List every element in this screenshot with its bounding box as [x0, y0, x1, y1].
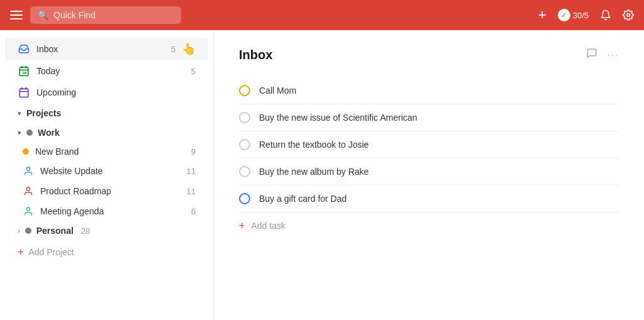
new-brand-label: New Brand — [35, 146, 185, 157]
personal-chevron-icon: › — [18, 227, 20, 234]
task-label: Return the textbook to Josie — [259, 140, 619, 150]
today-icon: 28 — [18, 65, 30, 77]
website-update-count: 11 — [187, 167, 196, 176]
svg-text:28: 28 — [23, 71, 27, 75]
task-circle[interactable] — [239, 166, 250, 177]
task-circle[interactable] — [239, 193, 250, 204]
sidebar-item-product-roadmap[interactable]: Product Roadmap 11 — [10, 181, 208, 201]
karma-score: 30/5 — [573, 11, 589, 20]
comment-button[interactable] — [586, 48, 597, 62]
task-label: Call Mom — [259, 86, 619, 96]
sidebar-item-upcoming[interactable]: Upcoming — [5, 82, 208, 103]
add-task-plus-icon: + — [239, 220, 245, 231]
inbox-label: Inbox — [36, 44, 165, 54]
task-label: Buy the new album by Rake — [259, 167, 619, 177]
task-item[interactable]: Call Mom — [239, 77, 619, 104]
content-area: Inbox ··· Call Mom Buy the new issue of … — [214, 30, 644, 320]
sidebar-item-today[interactable]: 28 Today 5 — [5, 60, 208, 82]
website-update-icon — [23, 165, 34, 177]
task-list: Call Mom Buy the new issue of Scientific… — [239, 77, 619, 239]
task-item[interactable]: Buy the new issue of Scientific American — [239, 104, 619, 131]
content-header: Inbox ··· — [239, 48, 619, 62]
work-chevron-icon: ▾ — [18, 129, 21, 137]
add-task-button[interactable]: + Add task — [239, 212, 619, 239]
today-count: 5 — [191, 67, 196, 76]
add-project-plus-icon: + — [18, 246, 23, 258]
meeting-agenda-icon — [23, 206, 34, 217]
topnav-actions: + ✓ 30/5 — [538, 7, 634, 23]
inbox-icon — [18, 43, 30, 55]
add-task-label: Add task — [251, 221, 285, 231]
svg-point-10 — [26, 167, 30, 170]
work-dot-icon — [26, 130, 33, 136]
personal-label: Personal — [36, 226, 74, 236]
task-item[interactable]: Buy the new album by Rake — [239, 158, 619, 185]
svg-point-12 — [26, 207, 30, 211]
sidebar-item-meeting-agenda[interactable]: Meeting Agenda 6 — [10, 201, 208, 221]
sidebar-item-inbox[interactable]: Inbox 5 👆 — [5, 38, 208, 60]
page-title: Inbox — [239, 48, 586, 62]
upcoming-label: Upcoming — [36, 87, 196, 97]
work-label: Work — [38, 128, 60, 138]
task-item[interactable]: Return the textbook to Josie — [239, 131, 619, 158]
website-update-label: Website Update — [40, 166, 180, 176]
search-input[interactable] — [53, 10, 174, 20]
task-circle[interactable] — [239, 85, 250, 96]
svg-rect-6 — [19, 89, 28, 97]
sidebar-item-website-update[interactable]: Website Update 11 — [10, 161, 208, 181]
personal-group-header[interactable]: › Personal 28 — [5, 221, 208, 240]
product-roadmap-label: Product Roadmap — [40, 186, 180, 196]
inbox-count: 5 — [171, 45, 175, 54]
karma-check-icon: ✓ — [558, 9, 570, 21]
more-options-button[interactable]: ··· — [608, 50, 619, 60]
notifications-button[interactable] — [600, 9, 611, 21]
search-bar[interactable]: 🔍 — [30, 6, 181, 24]
new-brand-count: 9 — [191, 147, 196, 157]
projects-chevron-icon: ▾ — [18, 109, 21, 118]
svg-point-11 — [26, 187, 30, 190]
add-button[interactable]: + — [538, 7, 547, 23]
product-roadmap-icon — [23, 185, 34, 197]
projects-section-header[interactable]: ▾ Projects — [5, 103, 208, 123]
work-projects-list: New Brand 9 Website Update 11 — [0, 142, 213, 221]
svg-point-0 — [627, 14, 630, 17]
work-group-header[interactable]: ▾ Work — [5, 123, 208, 142]
settings-button[interactable] — [623, 9, 634, 21]
task-circle[interactable] — [239, 112, 250, 123]
upcoming-icon — [18, 86, 30, 99]
sidebar: Inbox 5 👆 28 Today 5 — [0, 30, 214, 320]
topnav: 🔍 + ✓ 30/5 — [0, 0, 644, 30]
today-label: Today — [36, 66, 185, 76]
meeting-agenda-label: Meeting Agenda — [40, 206, 185, 216]
add-project-button[interactable]: + Add Project — [5, 240, 208, 264]
meeting-agenda-count: 6 — [191, 207, 196, 216]
new-brand-dot-icon — [23, 148, 29, 155]
karma-badge[interactable]: ✓ 30/5 — [558, 9, 589, 21]
add-project-label: Add Project — [28, 247, 74, 257]
main-layout: Inbox 5 👆 28 Today 5 — [0, 30, 644, 320]
hamburger-button[interactable] — [10, 11, 23, 19]
sidebar-item-new-brand[interactable]: New Brand 9 — [10, 142, 208, 161]
cursor-icon: 👆 — [182, 42, 196, 56]
personal-count: 28 — [81, 226, 90, 236]
task-label: Buy the new issue of Scientific American — [259, 113, 619, 123]
projects-label: Projects — [26, 108, 61, 118]
task-circle[interactable] — [239, 139, 250, 150]
task-item[interactable]: Buy a gift card for Dad — [239, 185, 619, 212]
task-label: Buy a gift card for Dad — [259, 194, 619, 204]
content-header-actions: ··· — [586, 48, 619, 62]
product-roadmap-count: 11 — [187, 187, 196, 196]
personal-dot-icon — [25, 228, 31, 234]
search-icon: 🔍 — [38, 10, 48, 20]
